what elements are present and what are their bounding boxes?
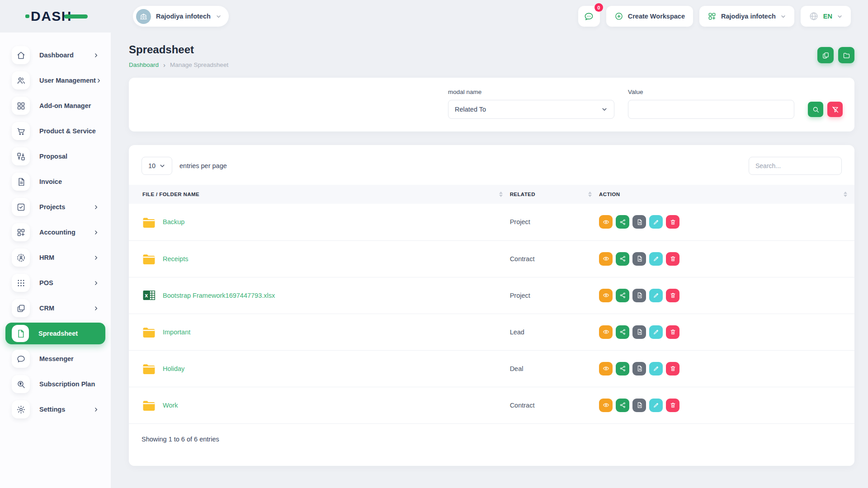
delete-button[interactable] — [666, 325, 679, 339]
share-button[interactable] — [616, 399, 629, 412]
sidebar-item-pos[interactable]: POS — [5, 272, 105, 294]
workspace-switcher[interactable]: Rajodiya infotech — [133, 6, 229, 27]
sidebar-item-spreadsheet[interactable]: Spreadsheet — [5, 323, 105, 344]
chat-icon — [12, 350, 30, 368]
sidebar-item-label: Settings — [39, 406, 65, 413]
sidebar-item-label: Dashboard — [39, 52, 74, 59]
edit-button[interactable] — [649, 289, 663, 302]
sidebar-item-messenger[interactable]: Messenger — [5, 348, 105, 370]
copy-icon — [822, 52, 830, 59]
model-name-select[interactable]: Related To — [448, 100, 614, 119]
workspace-name: Rajodiya infotech — [156, 13, 211, 20]
breadcrumb-dashboard-link[interactable]: Dashboard — [129, 61, 159, 68]
edit-button[interactable] — [649, 362, 663, 375]
page-title: Spreadsheet — [129, 43, 228, 56]
sidebar-item-label: Invoice — [39, 178, 62, 185]
globe-icon — [809, 11, 819, 21]
view-button[interactable] — [599, 289, 613, 302]
delete-button[interactable] — [666, 252, 679, 266]
export-button[interactable] — [632, 289, 646, 302]
folder-icon — [843, 52, 850, 59]
language-code: EN — [823, 13, 832, 20]
share-button[interactable] — [616, 252, 629, 266]
share-button[interactable] — [616, 215, 629, 229]
value-input[interactable] — [628, 100, 794, 119]
chevron-right-icon — [93, 305, 99, 311]
add-folder-button[interactable] — [838, 47, 854, 63]
sidebar-item-user-management[interactable]: User Management — [5, 70, 105, 91]
export-button[interactable] — [632, 215, 646, 229]
filter-search-button[interactable] — [808, 102, 823, 117]
column-header-action[interactable]: ACTION — [599, 185, 854, 204]
users-icon — [12, 71, 30, 89]
edit-button[interactable] — [649, 325, 663, 339]
related-cell: Project — [510, 204, 599, 240]
related-cell: Contract — [510, 240, 599, 277]
column-header-file-folder-name[interactable]: FILE / FOLDER NAME — [129, 185, 510, 204]
sort-icon[interactable] — [844, 192, 847, 197]
edit-button[interactable] — [649, 215, 663, 229]
share-button[interactable] — [616, 289, 629, 302]
delete-button[interactable] — [666, 215, 679, 229]
sidebar-item-hrm[interactable]: HRM — [5, 247, 105, 268]
page-size-select[interactable]: 10 — [142, 157, 172, 175]
file-name-link[interactable]: Important — [163, 328, 190, 336]
chevron-down-icon — [601, 106, 608, 113]
file-name-link[interactable]: Bootstrap Framework1697447793.xlsx — [163, 292, 275, 299]
export-button[interactable] — [632, 399, 646, 412]
delete-button[interactable] — [666, 399, 679, 412]
sidebar-item-label: POS — [39, 279, 53, 286]
delete-button[interactable] — [666, 289, 679, 302]
sidebar-item-add-on-manager[interactable]: Add-on Manager — [5, 95, 105, 117]
sort-icon[interactable] — [588, 192, 592, 197]
chevron-right-icon — [93, 407, 99, 413]
column-header-related[interactable]: RELATED — [510, 185, 599, 204]
file-name-link[interactable]: Receipts — [163, 255, 188, 263]
share-button[interactable] — [616, 362, 629, 375]
language-menu-button[interactable]: EN — [801, 6, 851, 27]
view-button[interactable] — [599, 362, 613, 375]
sort-icon[interactable] — [499, 192, 503, 197]
sidebar: DashboardUser ManagementAdd-on ManagerPr… — [0, 33, 111, 488]
sidebar-item-invoice[interactable]: Invoice — [5, 171, 105, 192]
sidebar-item-product-service[interactable]: Product & Service — [5, 120, 105, 142]
file-name-link[interactable]: Backup — [163, 218, 184, 225]
export-button[interactable] — [632, 362, 646, 375]
export-button[interactable] — [632, 325, 646, 339]
filter-off-icon — [831, 106, 839, 113]
row-actions — [599, 362, 854, 375]
sidebar-item-label: Spreadsheet — [38, 330, 78, 337]
create-workspace-button[interactable]: Create Workspace — [606, 6, 693, 27]
view-button[interactable] — [599, 252, 613, 266]
invoice-icon — [12, 173, 30, 191]
filter-reset-button[interactable] — [827, 102, 843, 117]
home-icon — [12, 46, 30, 64]
view-button[interactable] — [599, 215, 613, 229]
chevron-right-icon — [93, 52, 99, 58]
sidebar-item-accounting[interactable]: Accounting — [5, 221, 105, 243]
copy-files-button[interactable] — [817, 47, 834, 63]
model-name-selected: Related To — [455, 106, 486, 113]
sidebar-item-settings[interactable]: Settings — [5, 399, 105, 420]
share-button[interactable] — [616, 325, 629, 339]
delete-button[interactable] — [666, 362, 679, 375]
company-menu-button[interactable]: Rajodiya infotech — [699, 6, 794, 27]
sidebar-item-dashboard[interactable]: Dashboard — [5, 44, 105, 66]
table-search-input[interactable] — [749, 157, 842, 175]
sidebar-item-crm[interactable]: CRM — [5, 297, 105, 319]
sidebar-item-label: Product & Service — [39, 127, 96, 135]
check-square-icon — [12, 198, 30, 216]
view-button[interactable] — [599, 325, 613, 339]
edit-button[interactable] — [649, 399, 663, 412]
brand-logo[interactable]: DASH — [0, 9, 111, 23]
page-size-value: 10 — [148, 162, 156, 169]
edit-button[interactable] — [649, 252, 663, 266]
export-button[interactable] — [632, 252, 646, 266]
sidebar-item-proposal[interactable]: Proposal — [5, 145, 105, 167]
sidebar-item-subscription-plan[interactable]: Subscription Plan — [5, 373, 105, 395]
file-name-link[interactable]: Work — [163, 402, 178, 409]
messages-button[interactable]: 0 — [578, 6, 600, 27]
view-button[interactable] — [599, 399, 613, 412]
file-name-link[interactable]: Holiday — [163, 365, 184, 372]
sidebar-item-projects[interactable]: Projects — [5, 196, 105, 218]
